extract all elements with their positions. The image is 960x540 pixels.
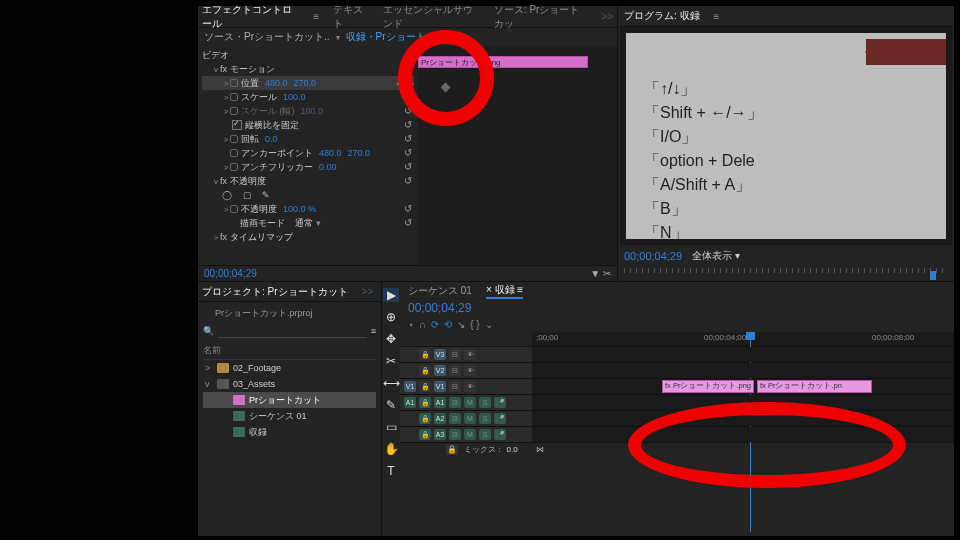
sync-lock-icon[interactable]: ⊟ bbox=[449, 381, 461, 392]
tab-recording[interactable]: × 収録 ≡ bbox=[486, 283, 523, 299]
motion-group[interactable]: vfx モーション↺ bbox=[202, 62, 414, 76]
eye-icon[interactable]: 👁 bbox=[464, 365, 476, 376]
track-toggle-button[interactable]: A2 bbox=[434, 413, 446, 424]
tab-essential-sound[interactable]: エッセンシャルサウンド bbox=[383, 3, 480, 31]
opacity-prop[interactable]: >不透明度100.0 %↺ bbox=[202, 202, 414, 216]
project-item[interactable]: シーケンス 01 bbox=[203, 408, 376, 424]
scale-prop[interactable]: >スケール100.0↺ bbox=[202, 90, 414, 104]
mic-icon[interactable]: 🎤 bbox=[494, 429, 506, 440]
effect-timeline[interactable]: Prショートカット.png bbox=[418, 46, 617, 265]
sync-lock-icon[interactable]: ⊟ bbox=[449, 413, 461, 424]
lock-icon[interactable]: 🔒 bbox=[419, 429, 431, 440]
tab-source[interactable]: ソース: Prショートカッ bbox=[494, 3, 587, 31]
program-monitor[interactable]: おすす 「↑/↓」「Shift + ←/→」「I/O」「option + Del… bbox=[620, 27, 952, 245]
track-target-button[interactable]: A1 bbox=[404, 397, 416, 408]
mic-icon[interactable]: 🎤 bbox=[494, 397, 506, 408]
type-tool-icon[interactable]: T bbox=[387, 464, 394, 478]
tab-project[interactable]: プロジェクト: Prショートカット bbox=[202, 285, 348, 299]
track-v1[interactable]: V1🔒V1⊟👁fx Prショートカット.pngfx Prショートカット.pn bbox=[400, 378, 954, 394]
aspect-lock[interactable]: 縦横比を固定↺ bbox=[202, 118, 414, 132]
eye-icon[interactable]: 👁 bbox=[464, 349, 476, 360]
solo-button[interactable]: S bbox=[479, 413, 491, 424]
opacity-group[interactable]: vfx不透明度↺ bbox=[202, 174, 414, 188]
track-v2[interactable]: 🔒V2⊟👁 bbox=[400, 362, 954, 378]
timeremap-group[interactable]: >fxタイムリマップ bbox=[202, 230, 414, 244]
mask-tools[interactable]: ◯ ▢ ✎ bbox=[202, 188, 414, 202]
track-toggle-button[interactable]: V1 bbox=[434, 381, 446, 392]
position-prop[interactable]: > 位置 480.0270.0 ◂ ◆ ▸ ↺ bbox=[202, 76, 414, 90]
razor-tool-icon[interactable]: ✂ bbox=[386, 354, 396, 368]
track-toggle-button[interactable]: V2 bbox=[434, 365, 446, 376]
timeline-ruler[interactable]: ;00;00 00;00;04;00 00;00;08;00 bbox=[532, 332, 954, 346]
pen-tool-icon[interactable]: ✎ bbox=[386, 398, 396, 412]
sync-lock-icon[interactable]: ⊟ bbox=[449, 429, 461, 440]
blend-mode[interactable]: 描画モード通常▾↺ bbox=[202, 216, 414, 230]
track-toggle-button[interactable]: A3 bbox=[434, 429, 446, 440]
program-timecode[interactable]: 00;00;04;29 bbox=[624, 250, 682, 262]
sync-lock-icon[interactable]: ⊟ bbox=[449, 349, 461, 360]
project-item[interactable]: 収録 bbox=[203, 424, 376, 440]
track-a2[interactable]: 🔒A2⊟MS🎤 bbox=[400, 410, 954, 426]
ripple-tool-icon[interactable]: ✥ bbox=[386, 332, 396, 346]
track-select-tool-icon[interactable]: ⊕ bbox=[386, 310, 396, 324]
stopwatch-icon[interactable] bbox=[230, 79, 238, 87]
track-a3[interactable]: 🔒A3⊟MS🎤 bbox=[400, 426, 954, 442]
dropdown-icon[interactable]: ▾ bbox=[336, 33, 340, 42]
tab-overflow-icon[interactable]: >> bbox=[601, 11, 613, 22]
lock-icon[interactable]: 🔒 bbox=[419, 413, 431, 424]
eye-icon[interactable]: 👁 bbox=[464, 381, 476, 392]
timeline-clip[interactable]: fx Prショートカット.pn bbox=[757, 380, 872, 393]
effect-clip-bar[interactable]: Prショートカット.png bbox=[418, 56, 588, 68]
track-target-button[interactable]: V1 bbox=[404, 381, 416, 392]
tab-text[interactable]: テキスト bbox=[333, 3, 368, 31]
timeline-timecode[interactable]: 00;00;04;29 bbox=[408, 301, 471, 315]
track-a1[interactable]: A1🔒A1⊟MS🎤 bbox=[400, 394, 954, 410]
lock-icon[interactable]: 🔒 bbox=[419, 397, 431, 408]
mute-button[interactable]: M bbox=[464, 413, 476, 424]
program-ruler[interactable] bbox=[624, 268, 948, 273]
antiflicker-prop[interactable]: >アンチフリッカー0.00↺ bbox=[202, 160, 414, 174]
solo-button[interactable]: S bbox=[479, 397, 491, 408]
lock-icon[interactable]: 🔒 bbox=[419, 381, 431, 392]
tab-overflow-icon[interactable]: >> bbox=[362, 286, 374, 297]
stopwatch-icon[interactable] bbox=[230, 93, 238, 101]
reset-icon[interactable]: ↺ bbox=[404, 77, 412, 88]
keyframe-marker[interactable] bbox=[441, 83, 451, 93]
track-v3[interactable]: 🔒V3⊟👁 bbox=[400, 346, 954, 362]
selection-tool-icon[interactable]: ▶ bbox=[383, 288, 399, 302]
sync-lock-icon[interactable]: ⊟ bbox=[449, 397, 461, 408]
list-view-icon[interactable]: ≡ bbox=[371, 326, 376, 336]
project-item[interactable]: Prショートカット bbox=[203, 392, 376, 408]
rectangle-tool-icon[interactable]: ▭ bbox=[386, 420, 397, 434]
mix-row[interactable]: 🔒ミックス :0.0⋈ bbox=[400, 442, 954, 456]
anchor-prop[interactable]: アンカーポイント480.0270.0↺ bbox=[202, 146, 414, 160]
checkbox-icon[interactable] bbox=[232, 120, 242, 130]
timeline-clip[interactable]: fx Prショートカット.png bbox=[662, 380, 754, 393]
source-clip-label[interactable]: ソース・Prショートカット.. bbox=[204, 30, 330, 44]
tab-effect-controls[interactable]: エフェクトコントロール bbox=[202, 3, 299, 31]
column-header-name[interactable]: 名前 bbox=[203, 342, 376, 360]
timeline-toolbar[interactable]: ⋆∩⟳⟲↘{ }⌄ bbox=[408, 319, 493, 330]
rotation-prop[interactable]: >回転0.0↺ bbox=[202, 132, 414, 146]
slip-tool-icon[interactable]: ⟷ bbox=[383, 376, 400, 390]
dropdown-icon[interactable]: ▾ bbox=[316, 218, 321, 228]
effect-foot-icons[interactable]: ▼ ✂ bbox=[590, 268, 611, 279]
search-input[interactable] bbox=[218, 324, 367, 338]
tab-program[interactable]: プログラム: 収録 bbox=[624, 9, 700, 23]
mute-button[interactable]: M bbox=[464, 397, 476, 408]
sync-lock-icon[interactable]: ⊟ bbox=[449, 365, 461, 376]
effect-timecode[interactable]: 00;00;04;29 bbox=[204, 268, 257, 279]
lock-icon[interactable]: 🔒 bbox=[419, 365, 431, 376]
search-icon[interactable]: 🔍 bbox=[203, 326, 214, 336]
zoom-fit-dropdown[interactable]: 全体表示 ▾ bbox=[692, 249, 740, 263]
mic-icon[interactable]: 🎤 bbox=[494, 413, 506, 424]
mute-button[interactable]: M bbox=[464, 429, 476, 440]
reset-icon[interactable]: ↺ bbox=[404, 63, 412, 74]
solo-button[interactable]: S bbox=[479, 429, 491, 440]
hand-tool-icon[interactable]: ✋ bbox=[384, 442, 399, 456]
sequence-clip-label[interactable]: 収録・Prショートカッ.. bbox=[346, 30, 452, 44]
project-item[interactable]: v03_Assets bbox=[203, 376, 376, 392]
program-playhead[interactable] bbox=[930, 271, 936, 280]
track-toggle-button[interactable]: V3 bbox=[434, 349, 446, 360]
project-item[interactable]: >02_Footage bbox=[203, 360, 376, 376]
